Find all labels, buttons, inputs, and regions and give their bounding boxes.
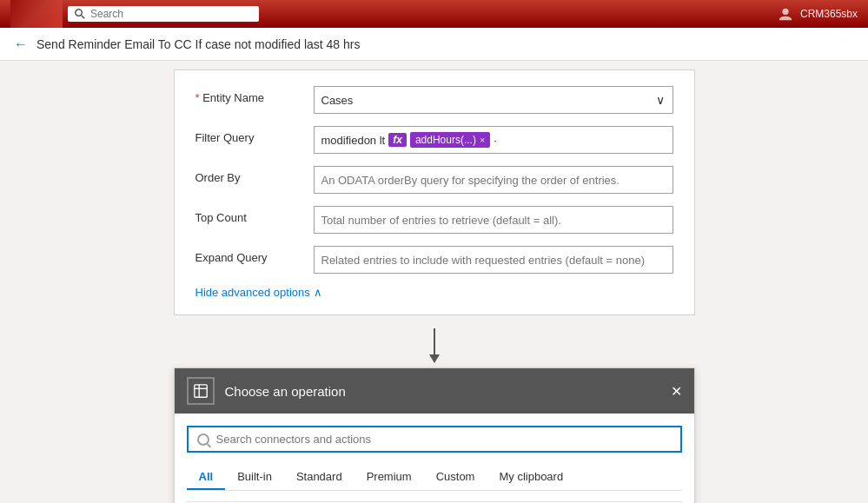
top-count-field[interactable] xyxy=(314,206,673,234)
flow-arrow xyxy=(429,328,440,363)
tabs-row: All Built-in Standard Premium Custom My … xyxy=(187,465,682,491)
filter-query-input[interactable]: modifiedon lt fx addHours(...) × · xyxy=(314,126,673,154)
filter-query-label: Filter Query xyxy=(195,126,300,144)
hide-advanced-options[interactable]: Hide advanced options ∧ xyxy=(195,286,673,299)
filter-chip[interactable]: addHours(...) × xyxy=(410,132,490,148)
tab-all[interactable]: All xyxy=(187,465,226,490)
user-icon xyxy=(778,6,793,22)
dialog-header-left: Choose an operation xyxy=(187,377,346,405)
svg-line-1 xyxy=(82,16,85,19)
top-count-input[interactable] xyxy=(314,206,673,234)
back-button[interactable]: ← xyxy=(14,36,28,52)
search-icon xyxy=(75,9,85,19)
chip-label: addHours(...) xyxy=(415,134,476,146)
entity-name-field[interactable]: Cases xyxy=(314,86,673,114)
expand-query-field[interactable] xyxy=(314,246,673,274)
top-bar-left xyxy=(10,0,259,28)
dialog-header: Choose an operation ✕ xyxy=(175,368,694,414)
form-card: Entity Name Cases Filter Query modifiedo… xyxy=(174,69,695,315)
order-by-row: Order By xyxy=(195,166,673,194)
main-content: Entity Name Cases Filter Query modifiedo… xyxy=(0,61,868,503)
tab-my-clipboard[interactable]: My clipboard xyxy=(487,465,575,490)
search-connectors-icon xyxy=(197,434,209,446)
dialog-title: Choose an operation xyxy=(225,384,346,399)
chip-close[interactable]: × xyxy=(480,135,485,145)
entity-name-select[interactable]: Cases xyxy=(314,86,673,114)
search-connectors-box[interactable] xyxy=(187,426,682,453)
arrow-line-segment xyxy=(434,328,435,354)
dialog-body: All Built-in Standard Premium Custom My … xyxy=(175,414,694,503)
filter-query-field[interactable]: modifiedon lt fx addHours(...) × · xyxy=(314,126,673,154)
dialog-icon xyxy=(187,377,215,405)
entity-name-row: Entity Name Cases xyxy=(195,86,673,114)
page-title: Send Reminder Email To CC If case not mo… xyxy=(36,37,360,51)
tab-custom[interactable]: Custom xyxy=(424,465,487,490)
svg-point-2 xyxy=(782,9,788,15)
dialog-close-button[interactable]: ✕ xyxy=(671,383,682,400)
user-label: CRM365sbx xyxy=(800,8,858,20)
order-by-label: Order By xyxy=(195,166,300,184)
expand-query-label: Expand Query xyxy=(195,246,300,264)
top-search-box[interactable] xyxy=(68,6,259,22)
filter-dot: · xyxy=(494,134,497,147)
expand-query-input[interactable] xyxy=(314,246,673,274)
order-by-field[interactable] xyxy=(314,166,673,194)
top-count-label: Top Count xyxy=(195,206,300,224)
hide-advanced-label: Hide advanced options xyxy=(195,286,310,299)
expand-query-row: Expand Query xyxy=(195,246,673,274)
tab-standard[interactable]: Standard xyxy=(284,465,354,490)
arrowhead-icon xyxy=(429,354,440,363)
filter-query-row: Filter Query modifiedon lt fx addHours(.… xyxy=(195,126,673,154)
svg-point-0 xyxy=(76,10,83,17)
arrow-connector xyxy=(0,324,868,367)
entity-name-select-wrapper[interactable]: Cases xyxy=(314,86,673,114)
top-bar-right: CRM365sbx xyxy=(778,6,858,22)
order-by-input[interactable] xyxy=(314,166,673,194)
svg-rect-3 xyxy=(194,385,206,397)
tab-premium[interactable]: Premium xyxy=(354,465,424,490)
top-count-row: Top Count xyxy=(195,206,673,234)
breadcrumb-bar: ← Send Reminder Email To CC If case not … xyxy=(0,28,868,61)
choose-operation-dialog: Choose an operation ✕ All Built-in Stand… xyxy=(174,367,695,503)
filter-prefix: modifiedon lt xyxy=(321,134,386,147)
fx-icon: fx xyxy=(388,133,407,147)
app-logo xyxy=(10,0,63,28)
top-bar: CRM365sbx xyxy=(0,0,868,28)
chevron-up-icon: ∧ xyxy=(314,286,322,299)
tab-builtin[interactable]: Built-in xyxy=(225,465,284,490)
table-icon xyxy=(193,383,209,399)
search-connectors-input[interactable] xyxy=(216,433,672,446)
entity-name-label: Entity Name xyxy=(195,86,300,104)
top-search-input[interactable] xyxy=(90,8,247,20)
